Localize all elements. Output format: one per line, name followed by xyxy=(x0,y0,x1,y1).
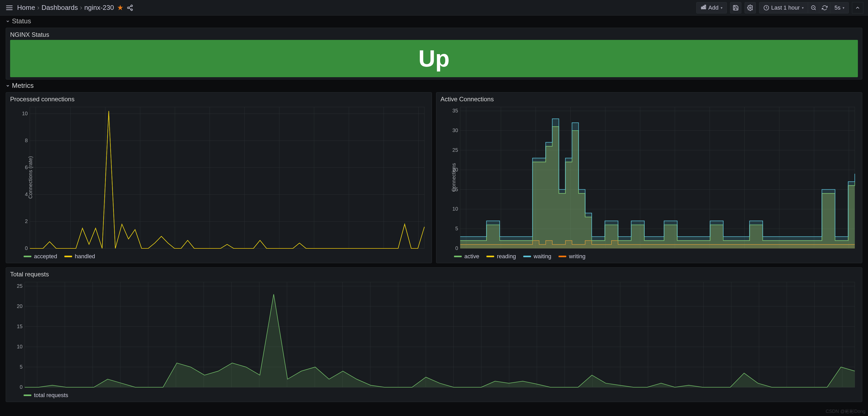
legend-label: writing xyxy=(569,253,586,260)
legend-item-active[interactable]: active xyxy=(454,253,479,260)
legend-item-waiting[interactable]: waiting xyxy=(523,253,551,260)
svg-point-5 xyxy=(131,9,132,11)
graph-plus-icon xyxy=(701,4,706,11)
breadcrumb-current[interactable]: nginx-230 xyxy=(84,4,114,12)
legend-item-writing[interactable]: writing xyxy=(559,253,586,260)
svg-text:17:10: 17:10 xyxy=(99,250,112,250)
legend: activereadingwaitingwriting xyxy=(440,250,858,261)
share-icon[interactable] xyxy=(127,4,133,11)
legend-swatch xyxy=(559,256,566,257)
panel-title: Total requests xyxy=(10,271,858,279)
svg-text:17:54: 17:54 xyxy=(808,389,821,389)
svg-text:10: 10 xyxy=(453,206,458,212)
chart-processed[interactable]: 024681017:0017:0517:1017:1517:2017:2517:… xyxy=(10,104,428,250)
legend-item-handled[interactable]: handled xyxy=(64,253,95,260)
svg-text:17:24: 17:24 xyxy=(392,389,404,389)
legend-swatch xyxy=(487,256,494,257)
panel-total-requests[interactable]: Total requests 051015202516:5817:0017:02… xyxy=(6,267,862,402)
svg-text:17:25: 17:25 xyxy=(633,250,647,250)
svg-rect-8 xyxy=(701,7,702,9)
chart-active[interactable]: 0510152025303517:0017:0517:1017:1517:201… xyxy=(440,104,858,250)
svg-text:5: 5 xyxy=(20,364,23,370)
legend-label: total requests xyxy=(34,392,68,398)
svg-text:25: 25 xyxy=(453,147,458,153)
panel-processed-connections[interactable]: Processed connections Connections (rate)… xyxy=(6,92,432,263)
svg-text:0: 0 xyxy=(20,384,23,389)
save-button[interactable] xyxy=(730,2,741,13)
breadcrumb-sep: › xyxy=(80,4,83,12)
legend-item-reading[interactable]: reading xyxy=(487,253,516,260)
chevron-down-icon: ▾ xyxy=(721,6,722,10)
svg-text:17:30: 17:30 xyxy=(669,250,681,250)
svg-text:17:08: 17:08 xyxy=(169,389,182,389)
svg-text:17:10: 17:10 xyxy=(197,389,210,389)
legend-swatch xyxy=(24,394,31,396)
chevron-down-icon xyxy=(6,81,10,90)
svg-text:17:14: 17:14 xyxy=(253,389,266,389)
svg-point-4 xyxy=(127,7,129,8)
svg-text:17:36: 17:36 xyxy=(558,389,571,389)
svg-text:25: 25 xyxy=(17,283,23,289)
panel-title: NGINX Status xyxy=(10,31,858,40)
svg-rect-166 xyxy=(25,282,855,387)
svg-text:17:55: 17:55 xyxy=(842,250,855,250)
svg-text:17:40: 17:40 xyxy=(308,250,321,250)
zoom-out-button[interactable] xyxy=(808,2,819,13)
legend-label: handled xyxy=(75,253,95,260)
svg-text:17:32: 17:32 xyxy=(503,389,516,389)
y-axis-label: Connections (rate) xyxy=(28,156,33,199)
row-header-metrics[interactable]: Metrics xyxy=(6,79,862,92)
svg-text:17:10: 17:10 xyxy=(529,250,542,250)
svg-text:17:04: 17:04 xyxy=(114,389,127,389)
legend-label: reading xyxy=(497,253,516,260)
time-range-button[interactable]: Last 1 hour ▾ xyxy=(759,2,808,13)
legend-swatch xyxy=(64,256,72,257)
svg-text:20: 20 xyxy=(17,303,23,309)
svg-rect-52 xyxy=(30,107,425,248)
refresh-button[interactable] xyxy=(819,2,830,13)
add-button-label: Add xyxy=(709,4,719,11)
svg-text:17:30: 17:30 xyxy=(238,250,251,250)
legend-item-total-requests[interactable]: total requests xyxy=(24,392,68,398)
svg-rect-10 xyxy=(705,5,706,9)
topbar: Home › Dashboards › nginx-230 ★ Add ▾ xyxy=(0,0,868,15)
svg-text:17:02: 17:02 xyxy=(86,389,99,389)
svg-text:17:18: 17:18 xyxy=(308,389,321,389)
svg-rect-93 xyxy=(460,107,855,248)
legend: total requests xyxy=(10,389,858,400)
svg-line-14 xyxy=(814,9,815,10)
svg-text:17:30: 17:30 xyxy=(475,389,488,389)
svg-text:17:50: 17:50 xyxy=(377,250,390,250)
breadcrumb-home[interactable]: Home xyxy=(17,4,35,12)
chevron-down-icon: ▾ xyxy=(802,6,804,10)
settings-button[interactable] xyxy=(745,2,756,13)
chart-total[interactable]: 051015202516:5817:0017:0217:0417:0617:08… xyxy=(10,279,858,389)
row-header-status[interactable]: Status xyxy=(6,17,862,28)
kiosk-button[interactable] xyxy=(852,2,863,13)
svg-line-7 xyxy=(129,8,131,9)
add-button[interactable]: Add ▾ xyxy=(696,2,727,13)
panel-active-connections[interactable]: Active Connections Connections 051015202… xyxy=(436,92,862,263)
svg-text:17:50: 17:50 xyxy=(752,389,766,389)
svg-text:17:05: 17:05 xyxy=(64,250,77,250)
legend-item-accepted[interactable]: accepted xyxy=(24,253,57,260)
panel-nginx-status[interactable]: NGINX Status Up xyxy=(6,28,862,79)
refresh-interval-label: 5s xyxy=(835,4,840,11)
svg-text:17:48: 17:48 xyxy=(725,389,738,389)
refresh-interval-button[interactable]: 5s ▾ xyxy=(830,2,849,13)
breadcrumb-dashboards[interactable]: Dashboards xyxy=(41,4,78,12)
star-icon[interactable]: ★ xyxy=(117,3,123,12)
legend: acceptedhandled xyxy=(10,250,428,261)
svg-text:17:56: 17:56 xyxy=(836,389,849,389)
svg-text:35: 35 xyxy=(453,108,458,113)
legend-label: active xyxy=(464,253,479,260)
menu-toggle[interactable] xyxy=(5,3,14,12)
legend-label: waiting xyxy=(534,253,551,260)
svg-text:30: 30 xyxy=(453,128,458,133)
clock-icon xyxy=(764,5,769,11)
svg-text:17:25: 17:25 xyxy=(203,250,216,250)
time-range-label: Last 1 hour xyxy=(771,4,800,11)
svg-text:17:35: 17:35 xyxy=(703,250,716,250)
svg-text:17:38: 17:38 xyxy=(586,389,599,389)
chevron-down-icon xyxy=(6,17,10,25)
